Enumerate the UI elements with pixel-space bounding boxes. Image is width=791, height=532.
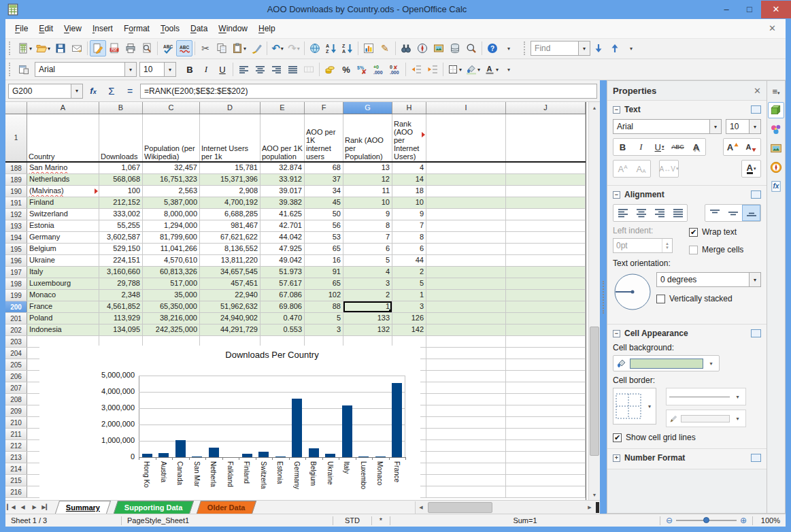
cell-B202[interactable]: 134,095 xyxy=(99,325,143,335)
menu-edit[interactable]: Edit xyxy=(33,20,58,37)
cell-F1[interactable]: AOO per 1K internet users xyxy=(305,114,343,161)
column-header-B[interactable]: B xyxy=(99,102,143,114)
cell-C202[interactable]: 242,325,000 xyxy=(143,325,200,335)
cell-G190[interactable]: 11 xyxy=(343,186,392,197)
navigator-button[interactable] xyxy=(414,40,431,56)
cell-J196[interactable] xyxy=(506,255,586,266)
row-header-190[interactable]: 190 xyxy=(5,186,27,197)
cell-J200[interactable] xyxy=(506,301,586,312)
scroll-right-icon[interactable]: ▶ xyxy=(584,501,595,514)
page-style[interactable]: PageStyle_Sheet1 xyxy=(122,516,333,525)
column-header-E[interactable]: E xyxy=(260,102,305,114)
cell-E202[interactable]: 0.553 xyxy=(260,325,305,335)
cell-G192[interactable]: 9 xyxy=(343,209,392,220)
save-document-button[interactable] xyxy=(52,40,69,56)
sidebar-splitter[interactable] xyxy=(600,80,607,514)
selection-fill-handle[interactable] xyxy=(389,310,392,312)
cell-G194[interactable]: 7 xyxy=(343,232,392,243)
close-sidebar-deck-icon[interactable]: ✕ xyxy=(754,86,761,96)
bold-button[interactable]: B xyxy=(613,139,632,155)
row-header-212[interactable]: 212 xyxy=(5,440,27,451)
cell-B197[interactable]: 3,160,660 xyxy=(99,267,143,278)
cell-H198[interactable]: 5 xyxy=(392,278,426,289)
column-header-H[interactable]: H xyxy=(392,102,426,114)
cell-F197[interactable]: 91 xyxy=(305,267,343,278)
cell-I199[interactable] xyxy=(426,290,506,301)
cell-H192[interactable]: 9 xyxy=(392,209,426,220)
cell-A1[interactable]: Country xyxy=(27,114,99,161)
cell-C195[interactable]: 11,041,266 xyxy=(143,244,200,254)
row-header-210[interactable]: 210 xyxy=(5,417,27,428)
dialog-launcher-icon[interactable] xyxy=(751,329,761,337)
bold-button[interactable]: B xyxy=(182,61,198,78)
background-color-button[interactable]: ▾ xyxy=(464,61,482,78)
cell-A190[interactable]: (Malvinas) xyxy=(27,186,99,197)
cell-F198[interactable]: 65 xyxy=(305,278,343,289)
sidebar-menu-icon[interactable]: ≡▾ xyxy=(768,83,784,99)
row-header-194[interactable]: 194 xyxy=(5,232,27,243)
dropdown-arrow-icon[interactable]: ▾ xyxy=(459,67,462,73)
cell-F192[interactable]: 50 xyxy=(305,209,343,220)
cell-J215[interactable] xyxy=(506,475,586,486)
cell-J203[interactable] xyxy=(506,336,586,347)
sort-descending-button[interactable]: ZA xyxy=(339,40,356,56)
row-header-197[interactable]: 197 xyxy=(5,267,27,278)
cell-D200[interactable]: 51,962,632 xyxy=(200,301,260,312)
row-header-214[interactable]: 214 xyxy=(5,463,27,474)
cell-G193[interactable]: 8 xyxy=(343,220,392,231)
cell-C191[interactable]: 5,387,000 xyxy=(143,197,200,208)
row-header-200[interactable]: 200 xyxy=(5,301,27,312)
cell-C199[interactable]: 35,000 xyxy=(143,290,200,301)
cell-G201[interactable]: 133 xyxy=(343,313,392,324)
cell-C190[interactable]: 2,563 xyxy=(143,186,200,197)
cell-H195[interactable]: 6 xyxy=(392,244,426,254)
expand-section-icon[interactable]: + xyxy=(613,454,620,462)
cell-A194[interactable]: Germany xyxy=(27,232,99,243)
cell-F202[interactable]: 3 xyxy=(305,325,343,335)
cell-B192[interactable]: 333,002 xyxy=(99,209,143,220)
previous-sheet-button[interactable]: ◀ xyxy=(17,501,29,514)
cell-H190[interactable]: 18 xyxy=(392,186,426,197)
cell-B189[interactable]: 568,068 xyxy=(99,174,143,185)
navigator-deck-icon[interactable] xyxy=(768,159,784,176)
sheet-tab-supporting-data[interactable]: Supporting Data xyxy=(114,501,194,514)
cell-B191[interactable]: 212,152 xyxy=(99,197,143,208)
cell-E198[interactable]: 57.617 xyxy=(260,278,305,289)
minimize-button[interactable]: – xyxy=(715,1,738,18)
cell-F200[interactable]: 88 xyxy=(305,301,343,312)
cell-I213[interactable] xyxy=(426,452,506,463)
cell-H193[interactable]: 7 xyxy=(392,220,426,231)
dropdown-arrow-icon[interactable]: ▾ xyxy=(297,46,300,52)
menu-insert[interactable]: Insert xyxy=(87,20,118,37)
print-file-button[interactable] xyxy=(122,40,139,56)
dialog-launcher-icon[interactable] xyxy=(751,105,761,114)
cell-D197[interactable]: 34,657,545 xyxy=(200,267,260,278)
vertical-scrollbar-thumb[interactable] xyxy=(590,327,599,456)
cell-E196[interactable]: 49.042 xyxy=(260,255,305,266)
cell-G198[interactable]: 3 xyxy=(343,278,392,289)
cell-C189[interactable]: 16,751,323 xyxy=(143,174,200,185)
underline-button[interactable]: U xyxy=(214,61,231,78)
menu-data[interactable]: Data xyxy=(185,20,213,37)
menu-format[interactable]: Format xyxy=(118,20,155,37)
font-color-button[interactable]: A▾ xyxy=(742,161,760,177)
edit-file-button[interactable] xyxy=(90,40,106,56)
cell-J197[interactable] xyxy=(506,267,586,278)
cell-B1[interactable]: Downloads xyxy=(99,114,143,161)
cell-J210[interactable] xyxy=(506,417,586,428)
cell-D201[interactable]: 24,940,902 xyxy=(200,313,260,324)
cell-J212[interactable] xyxy=(506,440,586,451)
align-right-button[interactable] xyxy=(650,205,669,221)
column-header-F[interactable]: F xyxy=(305,102,343,114)
cell-G199[interactable]: 2 xyxy=(343,290,392,301)
window-split-handle[interactable] xyxy=(596,502,599,513)
cell-D189[interactable]: 15,371,396 xyxy=(200,174,260,185)
email-document-button[interactable] xyxy=(69,40,85,56)
cell-D193[interactable]: 981,467 xyxy=(200,220,260,231)
cell-F194[interactable]: 53 xyxy=(305,232,343,243)
cell-E201[interactable]: 0.470 xyxy=(260,313,305,324)
cell-H200[interactable]: 3 xyxy=(392,301,426,312)
cell-F196[interactable]: 16 xyxy=(305,255,343,266)
wrap-text-checkbox[interactable]: ✔ xyxy=(689,228,698,237)
cell-F195[interactable]: 65 xyxy=(305,244,343,254)
